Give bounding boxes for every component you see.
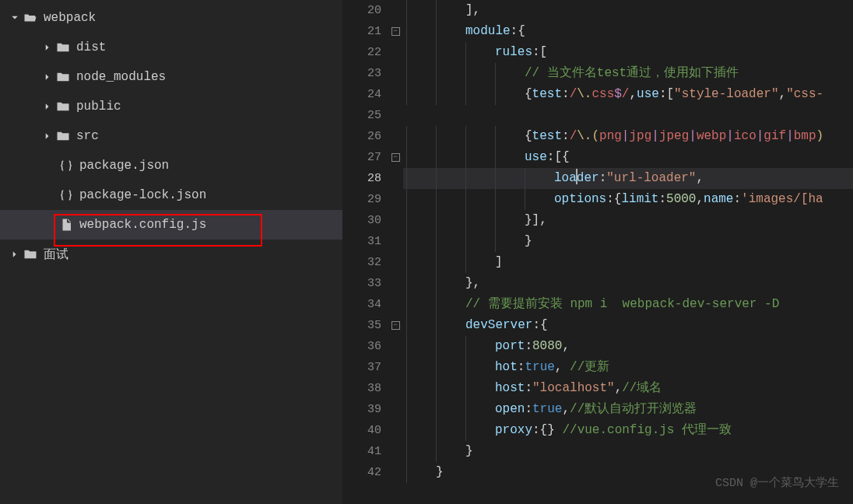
fold-cell[interactable] [388,0,403,21]
code-line[interactable]: open:true,//默认自动打开浏览器 [403,399,853,420]
code-line[interactable]: module:{ [403,21,853,42]
fold-cell[interactable] [388,189,403,210]
code-line[interactable]: // 需要提前安装 npm i webpack-dev-server -D [403,294,853,315]
code-line[interactable]: } [403,441,853,462]
line-number[interactable]: 34 [342,294,381,315]
tree-file[interactable]: package-lock.json [0,180,342,210]
folder-icon [54,40,72,54]
line-number[interactable]: 39 [342,399,381,420]
tree-folder[interactable]: node_modules [0,62,342,92]
line-number[interactable]: 30 [342,210,381,231]
line-number[interactable]: 29 [342,189,381,210]
fold-cell[interactable] [388,294,403,315]
line-number[interactable]: 41 [342,441,381,462]
code-line[interactable]: ] [403,252,853,273]
fold-cell[interactable] [388,105,403,126]
code-line[interactable]: ], [403,0,853,21]
code-line[interactable]: {test:/\.(png|jpg|jpeg|webp|ico|gif|bmp) [403,126,853,147]
fold-cell[interactable] [388,168,403,189]
fold-cell[interactable] [388,462,403,483]
fold-cell[interactable] [388,378,403,399]
tree-folder[interactable]: public [0,92,342,121]
tree-folder[interactable]: src [0,121,342,151]
tree-label: src [76,129,342,143]
line-number[interactable]: 20 [342,0,381,21]
tree-folder-root[interactable]: webpack [0,3,342,33]
code-line[interactable]: } [403,462,853,483]
line-number[interactable]: 35 [342,315,381,336]
code-line[interactable]: proxy:{} //vue.config.js 代理一致 [403,420,853,441]
tree-file[interactable]: package.json [0,151,342,180]
tree-folder-sibling[interactable]: 面试 [0,240,342,269]
line-number[interactable]: 22 [342,42,381,63]
js-file-icon [58,218,75,232]
fold-cell[interactable] [388,420,403,441]
tree-label: package.json [79,159,342,173]
fold-cell[interactable] [388,252,403,273]
code-line[interactable]: // 当文件名test通过，使用如下插件 [403,63,853,84]
code-line[interactable]: loader:"url-loader", [403,168,853,189]
chevron-right-icon [40,102,54,111]
chevron-right-icon [40,72,54,82]
code-line[interactable]: }], [403,210,853,231]
line-number[interactable]: 28 [342,168,381,189]
fold-cell[interactable] [388,441,403,462]
fold-cell[interactable] [388,63,403,84]
line-number[interactable]: 25 [342,105,381,126]
fold-cell[interactable] [388,273,403,294]
folder-open-icon [22,11,39,25]
code-line[interactable]: options:{limit:5000,name:'images/[ha [403,189,853,210]
code-line[interactable]: hot:true, //更新 [403,357,853,378]
chevron-down-icon [8,13,22,23]
line-number[interactable]: 24 [342,84,381,105]
line-number[interactable]: 37 [342,357,381,378]
code-line[interactable]: host:"localhost",//域名 [403,378,853,399]
chevron-right-icon [40,43,54,52]
fold-cell[interactable] [388,399,403,420]
chevron-right-icon [8,250,22,259]
line-number[interactable]: 36 [342,336,381,357]
fold-toggle-icon[interactable]: − [391,27,400,36]
tree-label: 面试 [44,247,342,263]
fold-cell[interactable] [388,336,403,357]
fold-column[interactable]: −−− [388,0,403,504]
tree-label: dist [76,40,342,54]
fold-cell[interactable] [388,84,403,105]
line-number[interactable]: 40 [342,420,381,441]
fold-cell[interactable] [388,357,403,378]
line-number[interactable]: 23 [342,63,381,84]
fold-toggle-icon[interactable]: − [391,321,400,330]
tree-file[interactable]: webpack.config.js [0,210,342,240]
code-line[interactable]: use:[{ [403,147,853,168]
line-number[interactable]: 27 [342,147,381,168]
line-number[interactable]: 32 [342,252,381,273]
code-line[interactable]: devServer:{ [403,315,853,336]
fold-cell[interactable] [388,126,403,147]
fold-cell[interactable]: − [388,315,403,336]
code-line[interactable]: rules:[ [403,42,853,63]
code-content[interactable]: ],module:{rules:[// 当文件名test通过，使用如下插件{te… [403,0,853,504]
code-line[interactable] [403,105,853,126]
tree-label: public [76,100,342,114]
code-line[interactable]: port:8080, [403,336,853,357]
line-number[interactable]: 26 [342,126,381,147]
folder-icon [54,70,72,84]
line-number-gutter[interactable]: 2021222324252627282930313233343536373839… [342,0,388,504]
tree-folder[interactable]: dist [0,33,342,62]
line-number[interactable]: 42 [342,462,381,483]
line-number[interactable]: 38 [342,378,381,399]
line-number[interactable]: 21 [342,21,381,42]
line-number[interactable]: 31 [342,231,381,252]
fold-cell[interactable]: − [388,147,403,168]
fold-toggle-icon[interactable]: − [391,153,400,162]
fold-cell[interactable] [388,42,403,63]
code-line[interactable]: }, [403,273,853,294]
file-explorer[interactable]: webpack distnode_modulespublicsrcpackage… [0,0,342,504]
code-line[interactable]: {test:/\.css$/,use:["style-loader","css- [403,84,853,105]
line-number[interactable]: 33 [342,273,381,294]
code-line[interactable]: } [403,231,853,252]
fold-cell[interactable] [388,210,403,231]
code-editor[interactable]: 2021222324252627282930313233343536373839… [342,0,853,504]
fold-cell[interactable]: − [388,21,403,42]
fold-cell[interactable] [388,231,403,252]
